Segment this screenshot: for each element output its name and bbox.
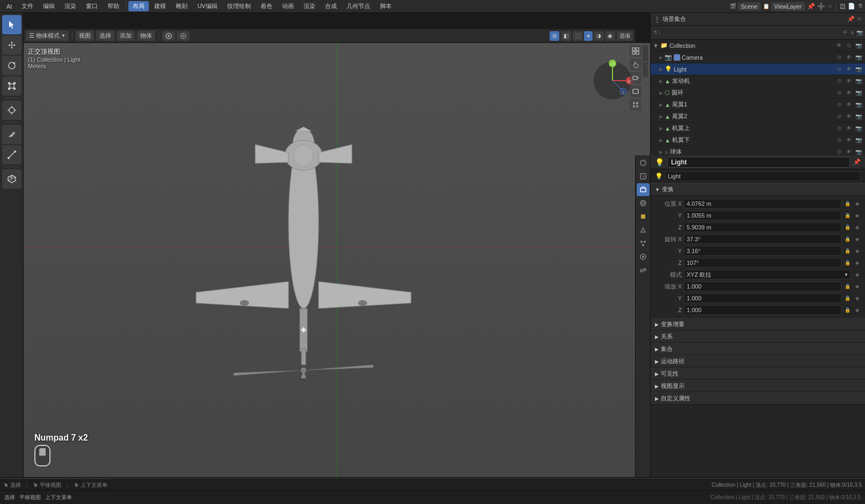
eng-restrict-btn[interactable]: ⊙ — [835, 77, 844, 85]
menu-render2[interactable]: 渲染 — [299, 1, 320, 11]
camera-view-btn[interactable] — [630, 72, 641, 84]
proportional-btn[interactable] — [177, 31, 190, 41]
location-x-input[interactable]: 4.0762 m — [684, 199, 841, 208]
light-hide-btn[interactable]: 👁 — [845, 65, 853, 74]
location-y-anim[interactable]: ◆ — [853, 212, 861, 219]
menu-scripting[interactable]: 脚本 — [376, 1, 396, 11]
menu-compositing[interactable]: 合成 — [321, 1, 341, 11]
viewport-scene[interactable]: 正交顶视图 (1) Collection | Light Meters Nump… — [24, 43, 650, 477]
rotation-y-anim[interactable]: ◆ — [853, 247, 861, 255]
menu-help[interactable]: 帮助 — [103, 1, 124, 11]
object-menu-btn[interactable]: 物体 — [137, 31, 155, 41]
menu-at[interactable]: At — [2, 2, 16, 11]
xray-btn[interactable]: ◧ — [561, 31, 571, 41]
location-z-anim[interactable]: ◆ — [853, 224, 861, 231]
menu-animation[interactable]: 动画 — [278, 1, 298, 11]
prop-tab-constraints[interactable] — [637, 264, 650, 277]
motion-path-header[interactable]: ▶ 运动路径 — [651, 356, 865, 368]
options-btn[interactable]: 选项 — [617, 31, 633, 41]
scale-y-input[interactable]: 1.000 — [684, 293, 841, 303]
menu-window[interactable]: 窗口 — [82, 1, 102, 11]
scale-z-anim[interactable]: ◆ — [853, 306, 861, 314]
scale-z-input[interactable]: 1.000 — [684, 305, 841, 315]
light-restrict-btn[interactable]: ⊙ — [835, 65, 844, 74]
outliner-item-light[interactable]: ▶ 💡 Light ⊙ 👁 📷 — [651, 63, 865, 75]
overlay-btn[interactable]: ⊞ — [550, 31, 559, 41]
measure-tool[interactable] — [2, 145, 21, 164]
menu-uv[interactable]: UV编辑 — [193, 1, 221, 11]
menu-render[interactable]: 渲染 — [60, 1, 81, 11]
pin-icon[interactable]: 📌 — [853, 159, 861, 165]
rotation-y-lock[interactable]: 🔒 — [844, 247, 851, 255]
cam-restrict-btn[interactable]: ⊙ — [835, 53, 844, 62]
collection-header[interactable]: ▶ 集合 — [651, 343, 865, 355]
outliner-collection-root[interactable]: ▼ 📁 Collection 👁 ⊙ 📷 — [651, 40, 865, 52]
prop-tab-physics[interactable] — [637, 250, 650, 263]
solid-btn[interactable]: ● — [584, 31, 593, 41]
prop-tab-particles[interactable] — [637, 237, 650, 250]
wingup-render-btn[interactable]: 📷 — [854, 124, 863, 133]
ring-restrict-btn[interactable]: ⊙ — [835, 89, 844, 97]
wingup-hide-btn[interactable]: 👁 — [845, 124, 853, 133]
outliner-expand-icon[interactable]: ✕ — [857, 16, 862, 23]
rotation-z-lock[interactable]: 🔒 — [844, 259, 851, 267]
ring-render-btn[interactable]: 📷 — [854, 89, 863, 97]
prop-tab-output[interactable] — [637, 170, 650, 183]
menu-layout[interactable]: 布局 — [128, 1, 149, 11]
rotation-x-anim[interactable]: ◆ — [853, 235, 861, 243]
wireframe-btn[interactable]: ⬚ — [573, 31, 583, 41]
cam-render-btn[interactable]: 📷 — [854, 53, 863, 62]
scale-x-lock[interactable]: 🔒 — [844, 283, 851, 290]
transform-tool[interactable] — [2, 100, 21, 120]
prop-tab-scene[interactable] — [637, 183, 650, 196]
navigation-gizmo[interactable]: -Y X Z — [591, 59, 634, 102]
wingdn-render-btn[interactable]: 📷 — [854, 136, 863, 145]
scale-x-anim[interactable]: ◆ — [853, 283, 861, 290]
menu-geonodes[interactable]: 几何节点 — [342, 1, 374, 11]
rotation-x-input[interactable]: 37.3° — [684, 234, 841, 244]
outliner-pin-icon[interactable]: 📌 — [847, 16, 855, 23]
menu-sculpt[interactable]: 雕刻 — [171, 1, 192, 11]
cam-hide-btn[interactable]: 👁 — [845, 53, 853, 62]
location-y-lock[interactable]: 🔒 — [844, 212, 851, 219]
annotate-tool[interactable] — [2, 125, 21, 144]
menu-file[interactable]: 文件 — [17, 1, 38, 11]
relations-header[interactable]: ▶ 关系 — [651, 331, 865, 343]
hand-tool-btn[interactable] — [630, 59, 641, 70]
prop-tab-render[interactable] — [637, 156, 650, 169]
outliner-item-engine[interactable]: ▶ ▲ 发动机 ⊙ 👁 📷 — [651, 75, 865, 87]
scale-y-anim[interactable]: ◆ — [853, 294, 861, 302]
scale-tool[interactable] — [2, 76, 21, 96]
menu-edit[interactable]: 编辑 — [39, 1, 59, 11]
grid-view-btn[interactable] — [630, 99, 641, 111]
rotation-z-input[interactable]: 107° — [684, 258, 841, 268]
rotate-tool[interactable] — [2, 56, 21, 75]
add-menu-btn[interactable]: 添加 — [117, 31, 135, 41]
movie-view-btn[interactable] — [630, 85, 641, 97]
tail2-hide-btn[interactable]: 👁 — [845, 112, 853, 121]
visibility-header[interactable]: ▶ 可见性 — [651, 368, 865, 380]
tail1-hide-btn[interactable]: 👁 — [845, 100, 853, 109]
custom-props-header[interactable]: ▶ 自定义属性 — [651, 393, 865, 405]
rotation-z-anim[interactable]: ◆ — [853, 259, 861, 267]
sphere-restrict-btn[interactable]: ⊙ — [835, 148, 844, 156]
outliner-item-tail1[interactable]: ▶ ▲ 尾翼1 ⊙ 👁 📷 — [651, 99, 865, 111]
move-tool[interactable] — [2, 35, 21, 55]
mode-anim[interactable]: ◆ — [853, 271, 861, 278]
outliner-item-camera[interactable]: ▶ 📷 Camera ⊙ 👁 📷 — [651, 52, 865, 63]
eng-hide-btn[interactable]: 👁 — [845, 77, 853, 85]
coll-vis-btn[interactable]: 👁 — [835, 41, 844, 50]
transform-section-header[interactable]: ▼ 变换 — [651, 184, 865, 196]
viewlayer-selector[interactable]: ViewLayer — [771, 2, 805, 11]
tail1-restrict-btn[interactable]: ⊙ — [835, 100, 844, 109]
ring-hide-btn[interactable]: 👁 — [845, 89, 853, 97]
scene-selector[interactable]: Scene — [738, 2, 761, 11]
outliner-item-wing-up[interactable]: ▶ ▲ 机翼上 ⊙ 👁 📷 — [651, 123, 865, 134]
tail2-render-btn[interactable]: 📷 — [854, 112, 863, 121]
location-z-input[interactable]: 5.9039 m — [684, 222, 841, 232]
rotation-mode-dropdown[interactable]: XYZ 欧拉 ▼ — [684, 270, 851, 279]
location-y-input[interactable]: 1.0055 m — [684, 211, 841, 220]
outliner-item-tail2[interactable]: ▶ ▲ 尾翼2 ⊙ 👁 📷 — [651, 111, 865, 123]
prop-tab-object[interactable] — [637, 210, 650, 223]
object-name-input[interactable]: Light — [667, 157, 850, 168]
